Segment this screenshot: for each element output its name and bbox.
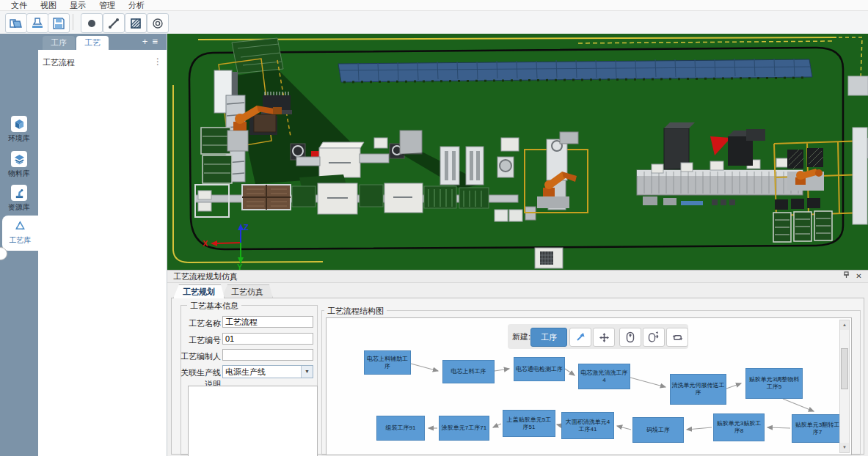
move-icon[interactable] — [593, 328, 615, 347]
tab-process-step[interactable]: 工序 — [43, 36, 75, 50]
mouse-scroll-icon[interactable] — [619, 328, 641, 347]
scrollbar-thumb[interactable] — [841, 348, 848, 389]
mouse-pan-icon[interactable] — [643, 328, 665, 347]
library-tab-strip: 工序 工艺 +≡ — [38, 34, 167, 50]
related-line-select[interactable]: 电源生产线 ▼ — [222, 365, 313, 378]
close-icon[interactable]: ✕ — [853, 271, 864, 282]
group-title: 工艺基本信息 — [187, 301, 241, 312]
flow-node[interactable]: 上盖贴胶单元5工序51 — [503, 410, 555, 437]
open-folder-icon[interactable] — [5, 13, 27, 33]
tree-item-process-flow[interactable]: 工艺流程 ⋮ — [43, 57, 164, 69]
robot-arm-icon — [11, 185, 27, 201]
process-planning-page: 工艺基本信息 工艺名称 工艺编号 工艺编制人 关联生产线 电源生产线 ▼ 说明 … — [171, 298, 864, 455]
process-planning-panel: 工艺流程规划仿真 ✕ 工艺规划 工艺仿真 工艺基本信息 工艺名称 工艺编号 工艺… — [167, 270, 868, 456]
sidebar-item-label: 物料库 — [0, 169, 38, 179]
process-name-label: 工艺名称 — [183, 318, 221, 329]
menu-view[interactable]: 视图 — [34, 0, 63, 11]
flowchart-vertical-scrollbar[interactable]: ▲ ▼ — [839, 320, 850, 453]
menu-manage[interactable]: 管理 — [92, 0, 122, 11]
flow-node[interactable]: 清洗单元伺服传送工序 — [670, 374, 726, 405]
flow-group-title: 工艺流程结构图 — [324, 306, 387, 317]
cube-icon — [11, 116, 27, 132]
sidebar-item-label: 环境库 — [0, 133, 38, 144]
stamp-icon[interactable] — [26, 13, 48, 33]
flow-node[interactable]: 电芯上料辅助工序 — [364, 350, 411, 375]
tab-process-planning[interactable]: 工艺规划 — [173, 284, 225, 298]
flow-node[interactable]: 贴胶单元3调整物料工序5 — [745, 368, 803, 399]
main-toolbar — [0, 11, 868, 34]
menu-bar: 文件 视图 显示 管理 分析 — [0, 0, 868, 11]
viewport-3d[interactable]: X Z Y — [167, 34, 868, 270]
process-name-input[interactable] — [222, 316, 313, 328]
add-icon[interactable]: + — [142, 36, 153, 47]
point-icon[interactable] — [81, 13, 103, 33]
flow-node[interactable]: 码垛工序 — [632, 417, 684, 443]
axis-x-label: X — [203, 239, 208, 248]
sidebar-item-label: 工艺库 — [2, 235, 38, 246]
menu-icon[interactable]: ≡ — [152, 36, 162, 47]
loop-icon[interactable] — [666, 328, 688, 347]
target-circle-icon[interactable] — [147, 13, 169, 33]
flow-node[interactable]: 涂胶单元7工序71 — [439, 416, 489, 441]
toolbar-separator — [73, 14, 73, 30]
new-label: 新建: — [512, 331, 530, 342]
tab-process[interactable]: 工艺 — [76, 36, 109, 50]
process-author-input[interactable] — [222, 349, 313, 361]
panel-title: 工艺流程规划仿真 — [173, 272, 238, 281]
layers-icon — [11, 151, 27, 167]
recycle-icon — [12, 218, 29, 234]
related-line-value: 电源生产线 — [225, 367, 266, 376]
process-code-input[interactable] — [222, 333, 313, 345]
hatch-rect-icon[interactable] — [125, 13, 147, 33]
panel-header[interactable]: 工艺流程规划仿真 ✕ — [167, 271, 868, 283]
line-icon[interactable] — [103, 13, 125, 33]
sidebar-item-label: 资源库 — [0, 202, 38, 213]
process-author-label: 工艺编制人 — [178, 351, 221, 362]
tree-item-label: 工艺流程 — [43, 58, 75, 67]
bottom-center-machine[interactable] — [535, 248, 563, 268]
axis-y-label: Y — [237, 262, 243, 270]
kebab-menu-icon[interactable]: ⋮ — [153, 56, 162, 67]
description-textarea[interactable] — [188, 386, 318, 456]
arrow-ne-icon[interactable] — [569, 328, 591, 347]
menu-display[interactable]: 显示 — [63, 0, 92, 11]
viewport-3d-scene[interactable]: X Z Y — [167, 34, 868, 270]
process-info-group: 工艺基本信息 工艺名称 工艺编号 工艺编制人 关联生产线 电源生产线 ▼ 说明 — [180, 305, 318, 455]
sidebar-item-environment[interactable]: 环境库 — [0, 116, 38, 151]
application-window: 文件 视图 显示 管理 分析 — [0, 0, 868, 456]
process-code-label: 工艺编号 — [183, 335, 221, 346]
flowchart-canvas[interactable]: 新建: 工序 — [326, 317, 852, 455]
menu-file[interactable]: 文件 — [4, 0, 34, 11]
sidebar-item-process[interactable]: 工艺库 — [2, 216, 38, 251]
chevron-down-icon: ▼ — [301, 366, 313, 378]
flow-node[interactable]: 贴胶单元3贴胶工序8 — [713, 413, 765, 441]
flow-node[interactable]: 组装工序91 — [376, 416, 425, 441]
flow-node[interactable]: 贴胶单元3翻转工序7 — [792, 414, 843, 443]
flow-node[interactable]: 电芯激光清洗工序4 — [578, 364, 630, 389]
flow-node[interactable]: 电芯通电检测工序 — [514, 357, 565, 381]
menu-analyze[interactable]: 分析 — [122, 0, 151, 11]
library-panel: 工序 工艺 +≡ 工艺流程 ⋮ — [38, 34, 167, 456]
sidebar-item-material[interactable]: 物料库 — [0, 151, 38, 186]
pin-icon[interactable] — [841, 271, 852, 282]
flow-node[interactable]: 电芯上料工序 — [442, 360, 495, 383]
robot-right[interactable] — [787, 169, 824, 191]
flowchart-toolbar: 新建: 工序 — [508, 324, 688, 349]
tab-process-simulation[interactable]: 工艺仿真 — [222, 284, 273, 298]
flow-node[interactable]: 大面积清洗单元4工序41 — [561, 412, 614, 439]
new-process-step-button[interactable]: 工序 — [530, 328, 567, 347]
sidebar-item-resource[interactable]: 资源库 — [0, 185, 38, 220]
related-line-label: 关联生产线 — [178, 367, 221, 378]
save-icon[interactable] — [48, 13, 70, 33]
library-panel-actions: +≡ — [142, 36, 162, 47]
scroll-up-icon[interactable]: ▲ — [840, 320, 849, 330]
axis-z-label: Z — [244, 223, 249, 232]
library-sidebar: 环境库 物料库 资源库 工艺库 — [0, 34, 38, 456]
scroll-down-icon[interactable]: ▼ — [840, 443, 849, 452]
